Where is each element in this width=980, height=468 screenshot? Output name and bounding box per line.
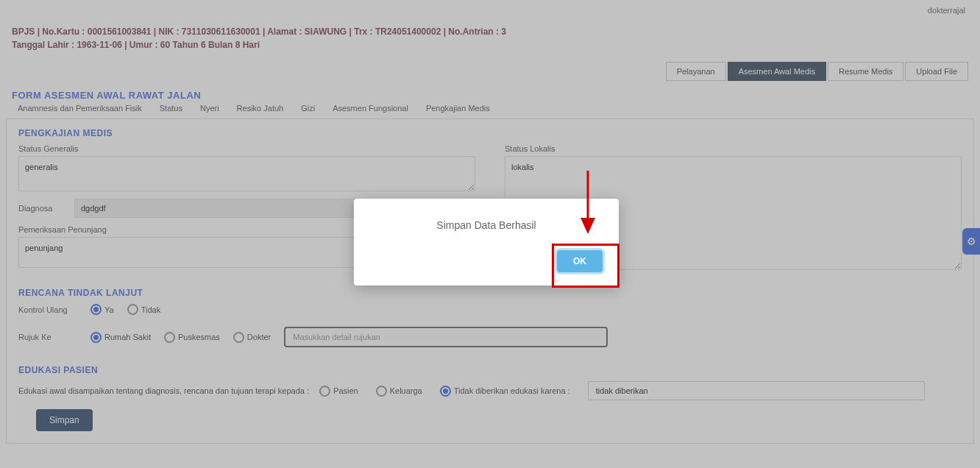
modal-message: Simpan Data Berhasil	[370, 219, 603, 231]
modal-ok-button[interactable]: OK	[557, 250, 603, 272]
success-modal: Simpan Data Berhasil OK	[354, 199, 619, 286]
